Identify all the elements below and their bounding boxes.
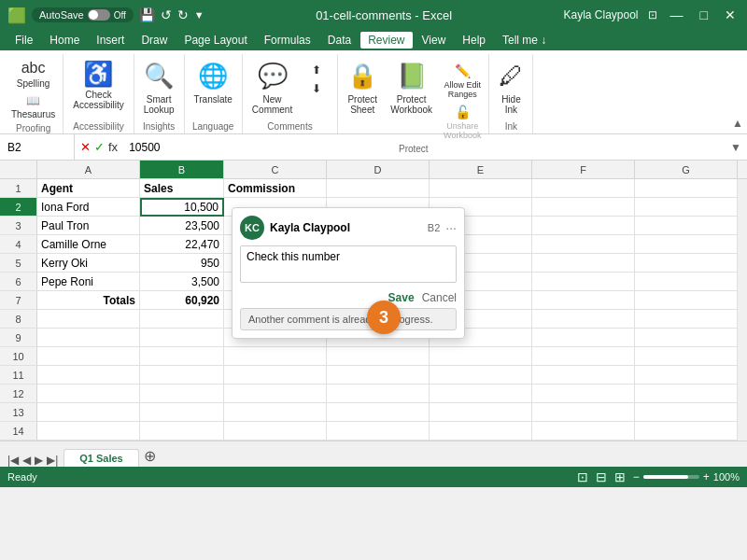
ribbon-collapse[interactable]: ▲: [732, 54, 743, 133]
cell-a1[interactable]: Agent: [37, 179, 140, 198]
spelling-button[interactable]: abc Spelling: [7, 58, 59, 91]
cell-g8[interactable]: [635, 310, 738, 329]
cell-g2[interactable]: [635, 198, 738, 217]
view-page-break-icon[interactable]: ⊞: [614, 469, 626, 484]
cell-b3[interactable]: 23,500: [140, 217, 224, 235]
protect-workbook-button[interactable]: 📗 ProtectWorkbook: [385, 58, 438, 119]
col-header-a[interactable]: A: [37, 161, 140, 178]
hide-ink-button[interactable]: 🖊 HideInk: [493, 58, 529, 119]
menu-formulas[interactable]: Formulas: [257, 32, 318, 49]
cell-f2[interactable]: [532, 198, 635, 217]
cell-b7[interactable]: 60,920: [140, 291, 224, 310]
menu-review[interactable]: Review: [360, 32, 412, 49]
menu-help[interactable]: Help: [455, 32, 493, 49]
cell-g1[interactable]: [635, 179, 738, 198]
cell-b4[interactable]: 22,470: [140, 235, 224, 254]
new-comment-button[interactable]: 💬 NewComment: [247, 58, 298, 119]
cell-g5[interactable]: [635, 254, 738, 273]
comment-avatar: KC: [240, 216, 264, 240]
cell-f8[interactable]: [532, 310, 635, 329]
unshare-workbook-button[interactable]: 🔓 UnshareWorkbook: [440, 103, 485, 142]
cell-b1[interactable]: Sales: [140, 179, 224, 198]
cell-a3[interactable]: Paul Tron: [37, 217, 140, 235]
tab-nav-prev[interactable]: ◀: [22, 454, 31, 467]
formula-input[interactable]: 10500: [123, 141, 725, 154]
cell-f4[interactable]: [532, 235, 635, 254]
menu-data[interactable]: Data: [320, 32, 359, 49]
cell-reference-box[interactable]: B2: [0, 134, 75, 160]
prev-comment-button[interactable]: ⬆: [300, 62, 333, 78]
quick-access-more[interactable]: ▼: [194, 9, 204, 21]
col-header-c[interactable]: C: [224, 161, 327, 178]
zoom-slider[interactable]: [643, 475, 699, 479]
save-icon[interactable]: 💾: [139, 7, 155, 22]
cell-b8[interactable]: [140, 310, 224, 329]
check-accessibility-button[interactable]: ♿ CheckAccessibility: [67, 58, 129, 114]
col-header-b[interactable]: B: [140, 161, 224, 178]
cell-f7[interactable]: [532, 291, 635, 310]
menu-home[interactable]: Home: [42, 32, 87, 49]
comment-cancel-button[interactable]: Cancel: [422, 291, 457, 304]
cell-f1[interactable]: [532, 179, 635, 198]
cell-f3[interactable]: [532, 217, 635, 235]
autosave-toggle-off[interactable]: [88, 9, 110, 21]
cell-g7[interactable]: [635, 291, 738, 310]
smart-lookup-button[interactable]: 🔍 SmartLookup: [138, 58, 180, 119]
cell-g4[interactable]: [635, 235, 738, 254]
row-num-13: 13: [0, 403, 37, 422]
cell-a7[interactable]: Totals: [37, 291, 140, 310]
cell-e1[interactable]: [430, 179, 532, 198]
zoom-out-icon[interactable]: −: [633, 470, 640, 483]
cell-g3[interactable]: [635, 217, 738, 235]
allow-edit-button[interactable]: ✏️ Allow EditRanges: [440, 62, 485, 101]
maximize-btn[interactable]: □: [697, 6, 712, 24]
undo-icon[interactable]: ↺: [161, 7, 172, 22]
tab-nav-first[interactable]: |◀: [7, 454, 19, 467]
protect-sheet-button[interactable]: 🔒 ProtectSheet: [342, 58, 383, 119]
minimize-btn[interactable]: —: [667, 6, 687, 24]
view-page-layout-icon[interactable]: ⊟: [596, 469, 607, 484]
tab-nav-last[interactable]: ▶|: [47, 454, 58, 467]
cancel-formula-icon[interactable]: ✕: [80, 140, 91, 154]
view-normal-icon[interactable]: ⊡: [577, 469, 588, 484]
menu-page-layout[interactable]: Page Layout: [176, 32, 254, 49]
cell-a8[interactable]: [37, 310, 140, 329]
zoom-in-icon[interactable]: +: [703, 470, 710, 483]
menu-tell-me[interactable]: Tell me ↓: [495, 32, 554, 49]
add-sheet-button[interactable]: ⊕: [141, 446, 160, 465]
sheet-tab-q1-sales[interactable]: Q1 Sales: [63, 449, 138, 467]
restore-icon[interactable]: ⊡: [648, 8, 657, 21]
menu-view[interactable]: View: [415, 32, 454, 49]
menu-file[interactable]: File: [7, 32, 40, 49]
redo-icon[interactable]: ↻: [177, 7, 189, 22]
col-header-d[interactable]: D: [327, 161, 430, 178]
cell-a6[interactable]: Pepe Roni: [37, 273, 140, 291]
cell-b2[interactable]: 10,500: [140, 198, 224, 217]
cell-d1[interactable]: [327, 179, 430, 198]
cell-f6[interactable]: [532, 273, 635, 291]
col-header-g[interactable]: G: [635, 161, 738, 178]
cell-a4[interactable]: Camille Orne: [37, 235, 140, 254]
insert-function-icon[interactable]: fx: [108, 140, 118, 154]
col-header-e[interactable]: E: [430, 161, 532, 178]
confirm-formula-icon[interactable]: ✓: [94, 140, 105, 154]
cell-b5[interactable]: 950: [140, 254, 224, 273]
thesaurus-button[interactable]: 📖 Thesaurus: [7, 92, 59, 121]
comment-textarea[interactable]: Check this number: [240, 245, 457, 283]
tab-nav-next[interactable]: ▶: [35, 454, 43, 467]
col-header-f[interactable]: F: [532, 161, 635, 178]
cell-g6[interactable]: [635, 273, 738, 291]
cell-a2[interactable]: Iona Ford: [37, 198, 140, 217]
autosave-toggle[interactable]: AutoSave Off: [32, 7, 134, 22]
close-btn[interactable]: ✕: [721, 6, 740, 24]
menu-draw[interactable]: Draw: [134, 32, 175, 49]
cell-c1[interactable]: Commission: [224, 179, 327, 198]
translate-button[interactable]: 🌐 Translate: [189, 58, 238, 108]
cell-b6[interactable]: 3,500: [140, 273, 224, 291]
menu-insert[interactable]: Insert: [89, 32, 132, 49]
cell-a5[interactable]: Kerry Oki: [37, 254, 140, 273]
expand-formula-icon[interactable]: ▼: [725, 141, 747, 154]
next-comment-button[interactable]: ⬇: [300, 80, 333, 97]
cell-f5[interactable]: [532, 254, 635, 273]
comment-more-options[interactable]: ···: [445, 220, 457, 235]
